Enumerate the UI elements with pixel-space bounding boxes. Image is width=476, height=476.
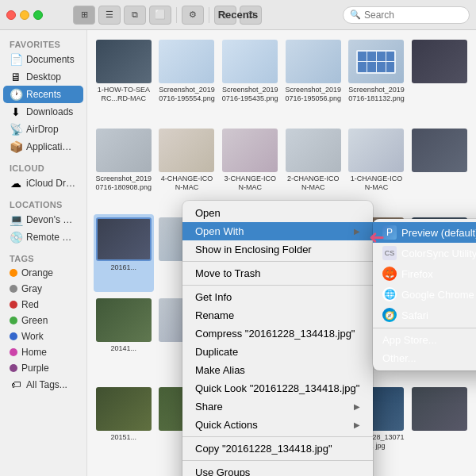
submenu-item-label: Safari (401, 309, 428, 321)
sidebar-item-remote-disc[interactable]: 💿 Remote Disc (3, 228, 83, 246)
menu-item-rename[interactable]: Rename (182, 306, 373, 324)
search-icon: 🔍 (350, 10, 361, 20)
grid-view-button[interactable]: ⊞ (73, 6, 95, 25)
sidebar-item-label: AirDrop (26, 124, 59, 135)
menu-item-duplicate-label: Duplicate (195, 346, 360, 358)
menu-item-use-groups[interactable]: Use Groups (182, 463, 373, 476)
sidebar: Favorites 📄 Documents 🖥 Desktop 🕐 Recent… (0, 30, 87, 476)
sidebar-item-label: Orange (21, 267, 53, 278)
sidebar-item-documents[interactable]: 📄 Documents (3, 51, 83, 68)
sidebar-item-all-tags[interactable]: 🏷 All Tags... (3, 376, 83, 393)
share-arrow-icon: ▶ (354, 402, 360, 411)
sidebar-item-purple[interactable]: Purple (3, 360, 83, 376)
favorites-label: Favorites (0, 36, 86, 51)
menu-separator-2 (182, 285, 373, 286)
sidebar-item-label: Purple (21, 363, 49, 374)
sidebar-item-red[interactable]: Red (3, 297, 83, 313)
menu-item-make-alias-label: Make Alias (195, 364, 360, 376)
submenu-item-chrome[interactable]: 🌐 Google Chrome (373, 284, 476, 305)
sidebar-item-home[interactable]: Home (3, 344, 83, 360)
sidebar-item-work[interactable]: Work (3, 328, 83, 344)
recents-icon: 🕐 (10, 88, 22, 101)
sidebar-item-label: Recents (26, 89, 61, 100)
sidebar-item-gray[interactable]: Gray (3, 281, 83, 297)
menu-item-open-with[interactable]: Open With ▶ P Preview (default) CS Color… (182, 222, 373, 240)
menu-item-open[interactable]: Open (182, 204, 373, 222)
documents-icon: 📄 (10, 53, 22, 66)
sidebar-item-green[interactable]: Green (3, 313, 83, 328)
submenu-item-firefox[interactable]: 🦊 Firefox (373, 263, 476, 284)
sidebar-item-label: Applications (26, 141, 77, 152)
menu-item-quick-look[interactable]: Quick Look "20161228_134418.jpg" (182, 379, 373, 397)
gallery-view-button[interactable]: ⬜ (149, 6, 171, 25)
menu-item-make-alias[interactable]: Make Alias (182, 361, 373, 379)
list-view-button[interactable]: ☰ (98, 6, 121, 25)
sidebar-item-airdrop[interactable]: 📡 AirDrop (3, 121, 83, 138)
work-tag-dot (10, 332, 17, 340)
downloads-icon: ⬇ (10, 106, 22, 118)
menu-item-share[interactable]: Share ▶ (182, 397, 373, 416)
menu-item-duplicate[interactable]: Duplicate (182, 343, 373, 361)
open-with-arrow-icon: ▶ (354, 227, 360, 236)
menu-item-show-enclosing[interactable]: Show in Enclosing Folder (182, 240, 373, 259)
sort-button[interactable]: ⚙ (182, 6, 204, 25)
menu-item-quick-actions[interactable]: Quick Actions ▶ (182, 416, 373, 434)
open-with-submenu: P Preview (default) CS ColorSync Utility… (373, 219, 476, 370)
icloud-label: iCloud (0, 160, 86, 175)
home-tag-dot (10, 348, 17, 356)
maximize-button[interactable] (33, 10, 43, 20)
sidebar-item-orange[interactable]: Orange (3, 265, 83, 281)
submenu-item-label: Firefox (401, 268, 433, 280)
sidebar-item-label: All Tags... (26, 379, 67, 390)
menu-item-copy-label: Copy "20161228_134418.jpg" (195, 443, 360, 455)
sidebar-item-label: Devon's Ma... (26, 214, 77, 225)
sidebar-item-label: Home (21, 347, 47, 358)
sidebar-item-desktop[interactable]: 🖥 Desktop (3, 68, 83, 86)
menu-item-move-trash[interactable]: Move to Trash (182, 264, 373, 282)
gray-tag-dot (10, 285, 17, 293)
title-bar: ⊞ ☰ ⧉ ⬜ ⚙ ↑ ⬡ Recents 🔍 (0, 0, 476, 30)
sidebar-item-label: Red (21, 299, 39, 310)
menu-item-open-with-label: Open With (195, 225, 354, 237)
green-tag-dot (10, 317, 17, 324)
purple-tag-dot (10, 364, 17, 372)
submenu-item-preview[interactable]: P Preview (default) (373, 222, 476, 243)
safari-icon: 🧭 (382, 308, 397, 322)
locations-label: Locations (0, 197, 86, 211)
sidebar-item-label: Gray (21, 283, 42, 294)
submenu-item-colorsync[interactable]: CS ColorSync Utility (373, 243, 476, 263)
sidebar-item-applications[interactable]: 📦 Applications (3, 138, 83, 155)
chrome-icon: 🌐 (382, 287, 397, 301)
menu-item-copy[interactable]: Copy "20161228_134418.jpg" (182, 440, 373, 458)
submenu-item-label: Preview (default) (401, 227, 476, 239)
submenu-item-safari[interactable]: 🧭 Safari (373, 305, 476, 325)
minimize-button[interactable] (20, 10, 29, 20)
menu-item-compress[interactable]: Compress "20161228_134418.jpg" (182, 324, 373, 343)
search-box[interactable]: 🔍 (343, 6, 470, 24)
submenu-item-other[interactable]: Other... (373, 349, 476, 367)
menu-separator-3 (182, 436, 373, 437)
sidebar-item-recents[interactable]: 🕐 Recents (3, 86, 83, 103)
sidebar-item-devons-mac[interactable]: 💻 Devon's Ma... (3, 211, 83, 228)
menu-item-share-label: Share (195, 401, 354, 413)
icloud-icon: ☁ (10, 177, 22, 190)
close-button[interactable] (6, 10, 16, 20)
search-input[interactable] (364, 10, 463, 21)
airdrop-icon: 📡 (10, 123, 22, 136)
window-title: Recents (218, 9, 259, 21)
menu-item-get-info-label: Get Info (195, 291, 360, 303)
submenu-separator (373, 328, 476, 328)
content-area: 1-HOW-TO-SEARC...RD-MAC Screenshot_2019 … (87, 30, 476, 476)
sidebar-item-downloads[interactable]: ⬇ Downloads (3, 103, 83, 121)
menu-item-compress-label: Compress "20161228_134418.jpg" (195, 328, 360, 340)
menu-item-use-groups-label: Use Groups (195, 466, 360, 476)
menu-item-quick-actions-label: Quick Actions (195, 419, 354, 431)
submenu-item-label: App Store... (382, 334, 437, 346)
column-view-button[interactable]: ⧉ (124, 6, 146, 25)
sidebar-item-label: Desktop (26, 71, 61, 83)
submenu-item-app-store[interactable]: App Store... (373, 331, 476, 349)
sidebar-item-icloud-drive[interactable]: ☁ iCloud Drive (3, 175, 83, 192)
pink-arrow-indicator: ➜ (369, 227, 385, 249)
menu-item-get-info[interactable]: Get Info (182, 288, 373, 306)
menu-item-open-label: Open (195, 207, 360, 219)
